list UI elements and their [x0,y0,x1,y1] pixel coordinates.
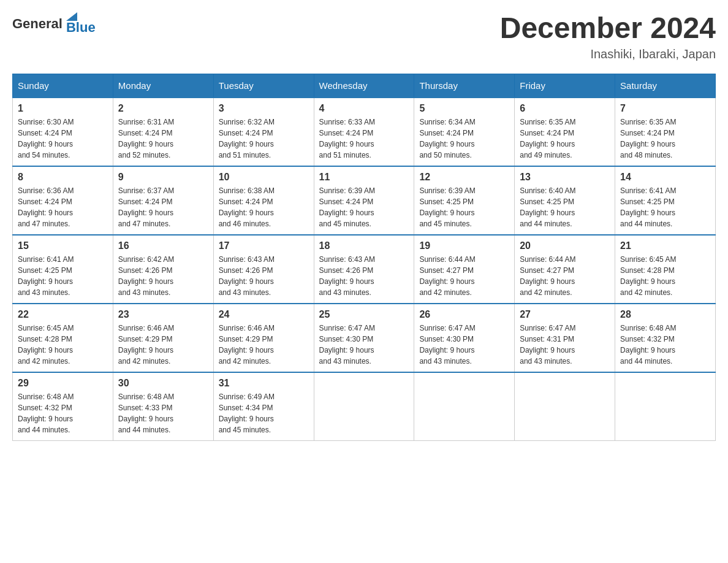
calendar-day-cell: 6 Sunrise: 6:35 AMSunset: 4:24 PMDayligh… [515,98,615,166]
day-info: Sunrise: 6:34 AMSunset: 4:24 PMDaylight:… [419,117,509,161]
title-section: December 2024 Inashiki, Ibaraki, Japan [500,12,716,61]
day-number: 27 [520,309,610,320]
calendar-week-row: 15 Sunrise: 6:41 AMSunset: 4:25 PMDaylig… [13,235,716,304]
day-info: Sunrise: 6:44 AMSunset: 4:27 PMDaylight:… [520,254,610,298]
calendar-week-row: 1 Sunrise: 6:30 AMSunset: 4:24 PMDayligh… [13,98,716,166]
day-info: Sunrise: 6:32 AMSunset: 4:24 PMDaylight:… [219,117,309,161]
day-number: 9 [118,172,208,183]
calendar-day-cell [314,372,414,441]
calendar-day-cell: 21 Sunrise: 6:45 AMSunset: 4:28 PMDaylig… [615,235,716,304]
day-info: Sunrise: 6:46 AMSunset: 4:29 PMDaylight:… [219,323,309,367]
day-number: 16 [118,240,208,251]
page-header: General Blue December 2024 Inashiki, Iba… [12,12,716,61]
day-info: Sunrise: 6:30 AMSunset: 4:24 PMDaylight:… [18,117,108,161]
day-info: Sunrise: 6:48 AMSunset: 4:32 PMDaylight:… [18,391,108,435]
day-number: 24 [219,309,309,320]
calendar-day-cell: 7 Sunrise: 6:35 AMSunset: 4:24 PMDayligh… [615,98,716,166]
day-number: 1 [18,103,108,114]
calendar-day-cell [414,372,515,441]
day-number: 20 [520,240,610,251]
calendar-header-sunday: Sunday [13,74,113,98]
calendar-header-monday: Monday [113,74,213,98]
day-info: Sunrise: 6:38 AMSunset: 4:24 PMDaylight:… [219,185,309,229]
day-number: 13 [520,172,610,183]
day-info: Sunrise: 6:41 AMSunset: 4:25 PMDaylight:… [18,254,108,298]
day-number: 18 [319,240,409,251]
calendar-day-cell: 18 Sunrise: 6:43 AMSunset: 4:26 PMDaylig… [314,235,414,304]
calendar-day-cell: 14 Sunrise: 6:41 AMSunset: 4:25 PMDaylig… [615,166,716,235]
calendar-week-row: 8 Sunrise: 6:36 AMSunset: 4:24 PMDayligh… [13,166,716,235]
calendar-day-cell: 23 Sunrise: 6:46 AMSunset: 4:29 PMDaylig… [113,304,213,372]
day-info: Sunrise: 6:40 AMSunset: 4:25 PMDaylight:… [520,185,610,229]
day-number: 23 [118,309,208,320]
calendar-header-row: SundayMondayTuesdayWednesdayThursdayFrid… [13,74,716,98]
calendar-day-cell: 17 Sunrise: 6:43 AMSunset: 4:26 PMDaylig… [213,235,314,304]
calendar-header-saturday: Saturday [615,74,716,98]
calendar-day-cell: 19 Sunrise: 6:44 AMSunset: 4:27 PMDaylig… [414,235,515,304]
day-number: 19 [419,240,509,251]
calendar-day-cell: 3 Sunrise: 6:32 AMSunset: 4:24 PMDayligh… [213,98,314,166]
day-info: Sunrise: 6:37 AMSunset: 4:24 PMDaylight:… [118,185,208,229]
calendar-day-cell: 5 Sunrise: 6:34 AMSunset: 4:24 PMDayligh… [414,98,515,166]
month-title: December 2024 [500,12,716,45]
location: Inashiki, Ibaraki, Japan [500,47,716,61]
day-info: Sunrise: 6:42 AMSunset: 4:26 PMDaylight:… [118,254,208,298]
calendar-header-friday: Friday [515,74,615,98]
day-info: Sunrise: 6:35 AMSunset: 4:24 PMDaylight:… [620,117,710,161]
day-number: 3 [219,103,309,114]
day-info: Sunrise: 6:36 AMSunset: 4:24 PMDaylight:… [18,185,108,229]
calendar-table: SundayMondayTuesdayWednesdayThursdayFrid… [12,74,716,441]
day-info: Sunrise: 6:47 AMSunset: 4:31 PMDaylight:… [520,323,610,367]
calendar-day-cell: 9 Sunrise: 6:37 AMSunset: 4:24 PMDayligh… [113,166,213,235]
day-number: 31 [219,378,309,389]
day-number: 15 [18,240,108,251]
day-info: Sunrise: 6:43 AMSunset: 4:26 PMDaylight:… [319,254,409,298]
day-info: Sunrise: 6:39 AMSunset: 4:25 PMDaylight:… [419,185,509,229]
day-number: 8 [18,172,108,183]
calendar-header-thursday: Thursday [414,74,515,98]
day-info: Sunrise: 6:44 AMSunset: 4:27 PMDaylight:… [419,254,509,298]
logo: General Blue [12,12,96,36]
day-info: Sunrise: 6:47 AMSunset: 4:30 PMDaylight:… [319,323,409,367]
day-info: Sunrise: 6:48 AMSunset: 4:32 PMDaylight:… [620,323,710,367]
calendar-day-cell: 22 Sunrise: 6:45 AMSunset: 4:28 PMDaylig… [13,304,113,372]
calendar-day-cell: 31 Sunrise: 6:49 AMSunset: 4:34 PMDaylig… [213,372,314,441]
day-number: 21 [620,240,710,251]
day-number: 25 [319,309,409,320]
day-number: 17 [219,240,309,251]
day-number: 30 [118,378,208,389]
calendar-day-cell: 10 Sunrise: 6:38 AMSunset: 4:24 PMDaylig… [213,166,314,235]
logo-general: General [12,16,63,32]
calendar-day-cell: 11 Sunrise: 6:39 AMSunset: 4:24 PMDaylig… [314,166,414,235]
day-number: 2 [118,103,208,114]
day-info: Sunrise: 6:41 AMSunset: 4:25 PMDaylight:… [620,185,710,229]
day-number: 5 [419,103,509,114]
calendar-header-tuesday: Tuesday [213,74,314,98]
calendar-day-cell: 20 Sunrise: 6:44 AMSunset: 4:27 PMDaylig… [515,235,615,304]
day-number: 4 [319,103,409,114]
calendar-day-cell: 29 Sunrise: 6:48 AMSunset: 4:32 PMDaylig… [13,372,113,441]
day-info: Sunrise: 6:31 AMSunset: 4:24 PMDaylight:… [118,117,208,161]
day-info: Sunrise: 6:48 AMSunset: 4:33 PMDaylight:… [118,391,208,435]
calendar-header-wednesday: Wednesday [314,74,414,98]
day-info: Sunrise: 6:49 AMSunset: 4:34 PMDaylight:… [219,391,309,435]
day-number: 12 [419,172,509,183]
calendar-day-cell: 30 Sunrise: 6:48 AMSunset: 4:33 PMDaylig… [113,372,213,441]
calendar-day-cell: 1 Sunrise: 6:30 AMSunset: 4:24 PMDayligh… [13,98,113,166]
calendar-day-cell: 8 Sunrise: 6:36 AMSunset: 4:24 PMDayligh… [13,166,113,235]
day-number: 10 [219,172,309,183]
day-number: 7 [620,103,710,114]
calendar-day-cell: 27 Sunrise: 6:47 AMSunset: 4:31 PMDaylig… [515,304,615,372]
calendar-day-cell: 2 Sunrise: 6:31 AMSunset: 4:24 PMDayligh… [113,98,213,166]
calendar-day-cell: 25 Sunrise: 6:47 AMSunset: 4:30 PMDaylig… [314,304,414,372]
day-number: 28 [620,309,710,320]
day-info: Sunrise: 6:45 AMSunset: 4:28 PMDaylight:… [18,323,108,367]
day-number: 11 [319,172,409,183]
day-info: Sunrise: 6:47 AMSunset: 4:30 PMDaylight:… [419,323,509,367]
day-number: 26 [419,309,509,320]
day-number: 14 [620,172,710,183]
calendar-day-cell: 12 Sunrise: 6:39 AMSunset: 4:25 PMDaylig… [414,166,515,235]
calendar-day-cell: 15 Sunrise: 6:41 AMSunset: 4:25 PMDaylig… [13,235,113,304]
day-number: 29 [18,378,108,389]
calendar-day-cell: 28 Sunrise: 6:48 AMSunset: 4:32 PMDaylig… [615,304,716,372]
